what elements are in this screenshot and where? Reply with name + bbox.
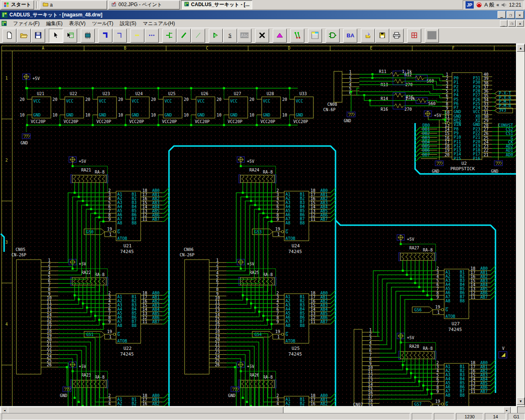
power-5v[interactable]: +5V	[397, 333, 414, 340]
vcc-unit-U27[interactable]: U2720VCC10GNDVCC20P	[217, 87, 248, 126]
vcc-unit-U28[interactable]: U2820VCC10GNDVCC20P	[249, 87, 281, 126]
connector-CN08[interactable]: 123456CN08CN-6P	[323, 70, 359, 112]
toolbar-button-place-part[interactable]	[81, 29, 95, 43]
vcc-unit-U26[interactable]: U2620VCC10GNDVCC20P	[184, 87, 215, 126]
toolbar-button-save-net[interactable]	[375, 29, 389, 43]
ic-U22[interactable]: 2A1B118AB03A2B217AB14A3B316AB25A4B415AB3…	[84, 290, 169, 357]
toolbar-button-export[interactable]	[361, 29, 375, 43]
start-button[interactable]: スタート	[1, 0, 34, 9]
power-gnd[interactable]: GND	[60, 387, 71, 398]
speaker-icon[interactable]	[501, 2, 507, 7]
toolbar-button-print[interactable]	[390, 29, 404, 43]
power-5v[interactable]: +5V	[424, 111, 441, 118]
vcc-unit-U23[interactable]: U2320VCC10GNDVCC20P	[85, 87, 116, 126]
toolbar-button-text-abc[interactable]: Abc	[237, 29, 251, 43]
vcc-unit-U25[interactable]: U2520VCC10GNDVCC20P	[151, 87, 182, 126]
schematic-canvas[interactable]: ABCDEF1234+5VGNDU2120VCC10GNDVCC20PU2220…	[0, 43, 517, 406]
power-gnd[interactable]: GND	[228, 387, 239, 398]
cn08-resistor-network[interactable]: R111.1kR12560R13270R141.1kR15560R16270GN…	[344, 69, 446, 123]
toolbar-button-open-file[interactable]	[17, 29, 31, 43]
svg-text:U21: U21	[123, 243, 132, 249]
minimize-button[interactable]: _	[498, 11, 506, 18]
toolbar-button-text-s[interactable]: S	[223, 29, 237, 43]
menu-item-2[interactable]: 編集(E)	[43, 19, 66, 28]
ic-U25[interactable]: 2A1B118AB03A2B217AB14A3B316AB25A4B415AB3…	[252, 290, 336, 357]
toolbar-button-pins[interactable]	[290, 29, 304, 43]
title-bar[interactable]: CADLUS_サーキット - [nagasm_48.drw] _ ❐ ✕	[0, 10, 525, 19]
toolbar-button-dots[interactable]	[145, 29, 159, 43]
toolbar-button-save-file[interactable]	[31, 29, 45, 43]
toolbar-button-wire-thin[interactable]	[113, 29, 127, 43]
task-button-1[interactable]: a	[40, 0, 107, 9]
connector-CN06[interactable]: 1234567891011121314151617181920212223242…	[180, 247, 226, 374]
child-minimize-button[interactable]: _	[500, 20, 507, 27]
toolbar-button-gate[interactable]	[326, 29, 340, 43]
vcc-unit-U22[interactable]: U2220VCC10GNDVCC20P	[52, 87, 84, 126]
toolbar-button-line-thick[interactable]	[177, 29, 191, 43]
scroll-right-icon[interactable]: ►	[503, 407, 511, 413]
menu-item-5[interactable]: 設定(S)	[116, 19, 139, 28]
power-gnd[interactable]: GND	[491, 161, 502, 173]
toolbar-button-new-file[interactable]	[2, 29, 16, 43]
power-gnd[interactable]: GND	[344, 112, 355, 123]
connector-CN07[interactable]: 12345678910111213141516171819CN07	[353, 328, 379, 406]
scroll-down-icon[interactable]: ▼	[517, 397, 525, 405]
toolbar-button-part-list[interactable]	[308, 29, 322, 43]
vcc-unit-U33[interactable]: U3320VCC10GNDVCC20P	[282, 87, 313, 126]
vertical-scrollbar[interactable]: ▲ ▼	[516, 43, 525, 407]
edge-net-flag[interactable]: V	[499, 346, 507, 358]
menu-item-4[interactable]: ツール(T)	[89, 19, 116, 28]
scroll-left-icon[interactable]: ◄	[1, 407, 8, 413]
power-gnd[interactable]: GND	[432, 161, 443, 173]
toolbar-button-delete-x[interactable]	[255, 29, 269, 43]
menu-item-6[interactable]: マニュアル(H)	[139, 19, 178, 28]
toolbar-button-grid-window[interactable]	[407, 29, 421, 43]
power-row[interactable]: +5VGNDU2120VCC10GNDVCC20PU2220VCC10GNDVC…	[20, 74, 313, 145]
task-button-3[interactable]: CADLUS_サーキット - [...	[181, 0, 252, 9]
toolbar-button-run-check[interactable]: D	[209, 29, 223, 43]
ic-U24[interactable]: 2A1B118AB03A2B217AB14A3B316AB25A4B415AB3…	[252, 188, 336, 254]
ime-pen-icon[interactable]	[476, 2, 482, 8]
power-5v[interactable]: +5V	[23, 74, 40, 81]
power-5v[interactable]: +5V	[237, 362, 254, 369]
menu-item-3[interactable]: 表示(V)	[66, 19, 89, 28]
ic-U2[interactable]: 1P02P13P24P35P46P57P68P79GND10GND11RES12…	[415, 72, 517, 173]
child-close-button[interactable]: ✕	[516, 20, 524, 27]
clock[interactable]: 12:21	[509, 2, 521, 8]
power-5v[interactable]: +5V	[237, 259, 254, 266]
toolbar-button-select-part[interactable]	[63, 29, 77, 43]
ic-U26[interactable]: 2A1B118AB03A2B217AB14A3B316AB25A4B415AB3…	[273, 393, 336, 406]
vcc-unit-U21[interactable]: U2120VCC10GNDVCC20P	[20, 87, 51, 126]
scroll-up-icon[interactable]: ▲	[517, 44, 525, 52]
document-icon[interactable]	[1, 21, 7, 26]
child-restore-button[interactable]: ❐	[508, 20, 516, 27]
menu-item-1[interactable]: ファイル(F)	[10, 19, 43, 28]
toolbar-button-bus-dash[interactable]	[130, 29, 144, 43]
svg-text:19: 19	[275, 227, 280, 231]
toolbar-button-line-thin[interactable]	[191, 29, 205, 43]
toolbar-button-triangle[interactable]	[273, 29, 287, 43]
power-gnd[interactable]: GND	[21, 134, 30, 145]
vcc-unit-U24[interactable]: U2420VCC10GNDVCC20P	[118, 87, 149, 126]
ime-language-badge[interactable]: JP	[466, 1, 474, 9]
ic-U27[interactable]: 2A1B118AB03A2B217AB14A3B316AB25A4B415AB3…	[412, 266, 495, 332]
power-5v[interactable]: +5V	[69, 157, 86, 164]
close-button[interactable]: ✕	[516, 11, 524, 18]
power-5v[interactable]: +5V	[69, 362, 86, 369]
power-5v[interactable]: +5V	[237, 157, 254, 164]
connector-CN05[interactable]: 1234567891011121314151617181920212223242…	[11, 247, 58, 374]
tray-chevron[interactable]: «	[496, 2, 499, 8]
power-5v[interactable]: +5V	[69, 259, 86, 266]
restore-button[interactable]: ❐	[507, 11, 515, 18]
ime-mode[interactable]: A 般	[484, 1, 495, 9]
app-icon[interactable]	[1, 11, 8, 18]
task-button-2[interactable]: 002.JPG - ペイント	[108, 0, 180, 9]
toolbar-button-net-connect[interactable]	[162, 29, 176, 43]
toolbar-button-ba-tool[interactable]: BA	[343, 29, 357, 43]
toolbar-button-blank[interactable]	[425, 29, 439, 43]
power-5v[interactable]: +5V	[397, 235, 414, 242]
toolbar-button-select-cursor[interactable]	[49, 29, 63, 43]
ic-U21[interactable]: 2A1B118AB03A2B217AB14A3B316AB25A4B415AB3…	[84, 188, 169, 254]
ic-U23[interactable]: 2A1B118AB03A2B217AB14A3B316AB25A4B415AB3…	[105, 393, 169, 406]
toolbar-button-wire-thick[interactable]	[98, 29, 112, 43]
